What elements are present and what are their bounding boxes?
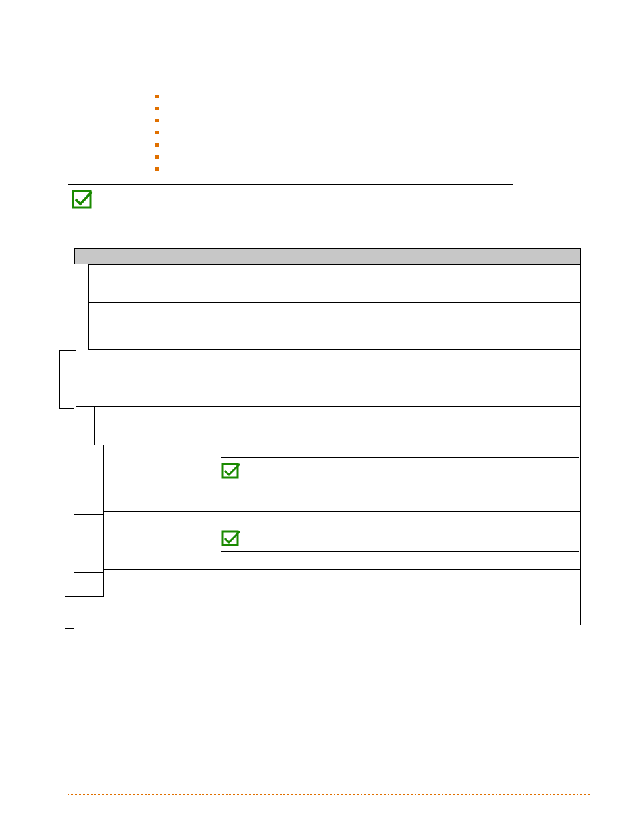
table-cell: [75, 282, 184, 303]
page: [0, 0, 644, 834]
table-cell: [75, 350, 184, 407]
table-row: [75, 570, 581, 594]
table-cell: [184, 570, 581, 594]
offset-mask: [74, 627, 104, 629]
bullet-icon: [155, 155, 159, 159]
table-cell: [184, 282, 581, 303]
bullet-icon: [155, 119, 159, 122]
check-icon: [72, 189, 95, 209]
table-row: [75, 282, 581, 303]
check-icon: [221, 462, 242, 479]
svg-rect-0: [73, 191, 90, 207]
inner-option: [221, 457, 579, 484]
table-cell: [75, 265, 184, 282]
table-row: [75, 265, 581, 282]
offset-divider: [74, 514, 104, 515]
check-icon: [221, 529, 242, 547]
table-cell: [184, 407, 581, 444]
table-row: [75, 594, 581, 625]
bullet-icon: [155, 95, 159, 98]
table-row: [75, 350, 581, 407]
bullet-list: [155, 95, 590, 171]
table-header-cell: [184, 249, 581, 265]
bullet-icon: [155, 107, 159, 110]
offset-divider: [74, 572, 104, 573]
offset-extension: [59, 350, 76, 409]
table-row: [75, 444, 581, 512]
table-cell: [184, 512, 581, 570]
offset-mask: [74, 445, 104, 596]
table-cell: [184, 303, 581, 350]
offset-divider: [74, 596, 104, 597]
table-cell: [75, 303, 184, 350]
table-header-row: [75, 249, 581, 265]
table-wrap: [68, 248, 590, 625]
bullet-icon: [155, 167, 159, 171]
table-cell: [184, 350, 581, 407]
table-row: [75, 303, 581, 350]
table-cell: [75, 594, 184, 625]
bullet-icon: [155, 143, 159, 147]
section-heading: [68, 185, 513, 215]
offset-mask: [74, 407, 95, 446]
table-cell: [184, 265, 581, 282]
bullet-icon: [155, 131, 159, 134]
footer-divider: [68, 794, 590, 795]
table-cell: [184, 444, 581, 512]
offset-extension: [65, 596, 76, 629]
table-header-cell: [75, 249, 184, 265]
inner-option: [221, 525, 579, 552]
table-row: [75, 512, 581, 570]
table-cell: [184, 594, 581, 625]
offset-mask: [74, 264, 89, 350]
config-table: [74, 248, 581, 625]
table-row: [75, 407, 581, 444]
